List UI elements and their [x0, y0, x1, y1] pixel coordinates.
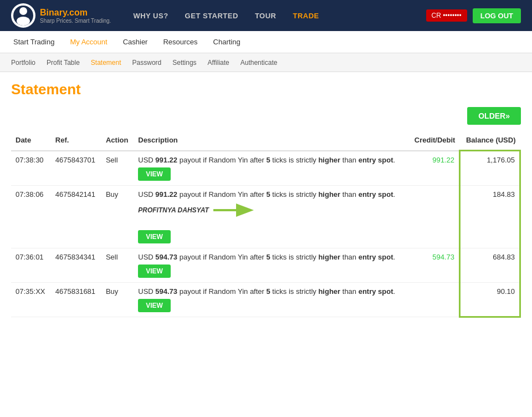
col-ref: Ref. [51, 130, 101, 151]
nav-start-trading[interactable]: Start Trading [6, 31, 62, 53]
cell-ref: 4675831681 [51, 282, 101, 317]
tertiary-navigation: Portfolio Profit Table Statement Passwor… [0, 53, 532, 72]
tert-password[interactable]: Password [127, 53, 167, 72]
cell-description: USD 594.73 payout if Random Yin after 5 … [134, 282, 408, 317]
secondary-navigation: Start Trading My Account Cashier Resourc… [0, 31, 532, 53]
logo-icon [11, 3, 35, 28]
cell-balance: 684.83 [459, 248, 520, 282]
cell-description: USD 991.22 payout if Random Yin after 5 … [134, 185, 408, 248]
top-nav-right: CR •••••••• LOG OUT [426, 8, 521, 23]
nav-tour[interactable]: TOUR [255, 12, 277, 20]
view-button[interactable]: VIEW [138, 265, 171, 278]
tert-authenticate[interactable]: Authenticate [235, 53, 283, 72]
logo-text: Binary.com Sharp Prices. Smart Trading. [40, 8, 111, 24]
view-button[interactable]: VIEW [138, 167, 171, 181]
nav-charting[interactable]: Charting [206, 31, 248, 53]
account-id: CR •••••••• [426, 9, 467, 22]
pagination-row: OLDER» [11, 107, 521, 125]
cell-date: 07:38:06 [11, 185, 51, 248]
arrow-label: PROFITNYA DAHSYAT [138, 206, 209, 214]
cell-ref: 4675834341 [51, 248, 101, 282]
cell-date: 07:36:01 [11, 248, 51, 282]
statement-table: Date Ref. Action Description Credit/Debi… [11, 130, 521, 318]
tert-portfolio[interactable]: Portfolio [6, 53, 41, 72]
cell-credit: 594.73 [408, 248, 460, 282]
cell-date: 07:35:XX [11, 282, 51, 317]
table-row: 07:35:XX4675831681BuyUSD 594.73 payout i… [11, 282, 520, 317]
col-description: Description [134, 130, 408, 151]
cell-balance: 90.10 [459, 282, 520, 317]
cell-balance: 1,176.05 [459, 151, 520, 186]
cell-action: Buy [101, 185, 134, 248]
nav-why-us[interactable]: WHY US? [133, 12, 168, 20]
top-nav-links: WHY US? GET STARTED TOUR TRADE [133, 12, 426, 20]
top-navigation: Binary.com Sharp Prices. Smart Trading. … [0, 0, 532, 31]
svg-point-2 [17, 17, 30, 26]
col-action: Action [101, 130, 134, 151]
brand-name: Binary.com [40, 8, 111, 18]
view-button[interactable]: VIEW [138, 299, 171, 312]
page-content: Statement OLDER» Date Ref. Action Descri… [0, 72, 532, 327]
right-arrow-icon [213, 202, 258, 218]
cell-ref: 4675842141 [51, 185, 101, 248]
nav-resources[interactable]: Resources [155, 31, 205, 53]
nav-my-account[interactable]: My Account [62, 31, 115, 53]
tagline: Sharp Prices. Smart Trading. [40, 18, 111, 24]
arrow-annotation: PROFITNYA DAHSYAT [138, 202, 404, 218]
older-button[interactable]: OLDER» [467, 107, 521, 125]
logout-button[interactable]: LOG OUT [473, 8, 521, 23]
nav-get-started[interactable]: GET STARTED [185, 12, 238, 20]
cell-balance: 184.83 [459, 185, 520, 248]
cell-action: Sell [101, 151, 134, 186]
cell-action: Buy [101, 282, 134, 317]
cell-date: 07:38:30 [11, 151, 51, 186]
cell-ref: 4675843701 [51, 151, 101, 186]
view-button[interactable]: VIEW [138, 230, 171, 243]
nav-trade[interactable]: TRADE [293, 12, 319, 20]
col-balance: Balance (USD) [459, 130, 520, 151]
cell-description: USD 991.22 payout if Random Yin after 5 … [134, 151, 408, 186]
cell-action: Sell [101, 248, 134, 282]
table-header-row: Date Ref. Action Description Credit/Debi… [11, 130, 520, 151]
logo-area: Binary.com Sharp Prices. Smart Trading. [11, 3, 111, 28]
table-row: 07:36:014675834341SellUSD 594.73 payout … [11, 248, 520, 282]
cell-credit [408, 282, 460, 317]
tert-statement[interactable]: Statement [85, 53, 127, 72]
table-row: 07:38:064675842141BuyUSD 991.22 payout i… [11, 185, 520, 248]
cell-credit [408, 185, 460, 248]
tert-affiliate[interactable]: Affiliate [202, 53, 235, 72]
nav-cashier[interactable]: Cashier [115, 31, 156, 53]
table-row: 07:38:304675843701SellUSD 991.22 payout … [11, 151, 520, 186]
col-date: Date [11, 130, 51, 151]
tert-settings[interactable]: Settings [167, 53, 202, 72]
cell-description: USD 594.73 payout if Random Yin after 5 … [134, 248, 408, 282]
page-title: Statement [11, 81, 521, 98]
tert-profit-table[interactable]: Profit Table [41, 53, 85, 72]
svg-point-1 [19, 7, 27, 15]
col-credit-debit: Credit/Debit [408, 130, 460, 151]
cell-credit: 991.22 [408, 151, 460, 186]
